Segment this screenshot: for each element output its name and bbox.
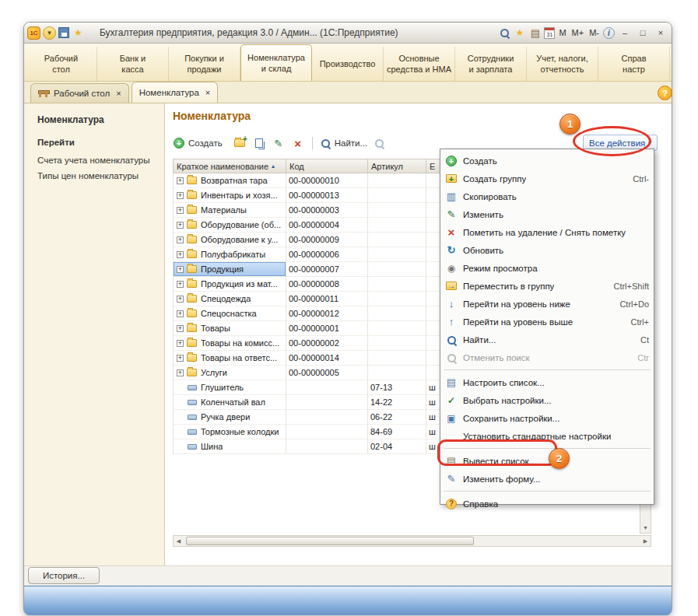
horizontal-scrollbar[interactable]: ◀ ▶ (173, 535, 651, 547)
menu-item-9[interactable]: Перейти на уровень нижеCtrl+Do (440, 295, 654, 313)
name-cell: Коленчатый вал (174, 395, 286, 410)
minimize-button[interactable]: – (617, 26, 633, 39)
menu-item-10[interactable]: Перейти на уровень вышеCtrl+ (440, 313, 654, 331)
help-icon[interactable]: ? (658, 86, 672, 100)
menu-item-label: Скопировать (463, 192, 517, 201)
section-tab-8[interactable]: Учет, налоги,отчетность (527, 47, 598, 81)
expand-icon[interactable]: + (177, 251, 184, 258)
tab-2[interactable]: Номенклатура× (132, 82, 219, 103)
expand-icon[interactable]: + (177, 340, 184, 347)
expand-icon[interactable]: + (177, 236, 184, 243)
menu-item-shortcut: Ctr (637, 353, 649, 362)
expand-icon[interactable]: + (177, 192, 184, 199)
create-button[interactable]: + Создать (171, 136, 228, 150)
menu-item-label: Сохранить настройки... (463, 414, 559, 423)
history-button[interactable]: История... (28, 567, 100, 584)
expand-icon[interactable]: + (177, 177, 184, 184)
memory-m-plus-button[interactable]: M+ (570, 28, 586, 37)
expand-icon[interactable]: + (177, 310, 184, 317)
find-icon[interactable] (498, 26, 510, 39)
menu-item-2[interactable]: Создать группуCtrl- (440, 170, 654, 187)
menu-item-4[interactable]: Изменить (440, 205, 654, 223)
code-cell: 00-00000013 (286, 188, 368, 203)
section-tab-2[interactable]: Банк икасса (97, 47, 169, 81)
sidebar-link-1[interactable]: Счета учета номенклатуры (37, 153, 156, 169)
expand-icon[interactable]: + (177, 266, 184, 273)
menu-item-7[interactable]: Режим просмотра (440, 259, 654, 277)
section-tab-9[interactable]: Справнастр (598, 47, 670, 81)
menu-item-12[interactable]: Отменить поискCtr (440, 348, 654, 366)
expand-icon[interactable]: + (177, 325, 184, 332)
column-header-2[interactable]: Код (286, 159, 368, 173)
sidebar-link-2[interactable]: Типы цен номенклатуры (37, 169, 156, 184)
folder-plus-icon (234, 139, 245, 147)
save-icon[interactable] (58, 27, 69, 38)
expand-icon[interactable]: + (177, 207, 184, 214)
expand-icon[interactable]: + (177, 281, 184, 288)
favorites-add-icon[interactable] (513, 26, 526, 40)
tab-close-icon[interactable]: × (205, 88, 210, 97)
menu-item-22[interactable]: Справка (440, 495, 654, 513)
menu-item-3[interactable]: Скопировать (440, 187, 654, 205)
info-icon[interactable] (603, 27, 615, 39)
menu-item-1[interactable]: Создать (440, 152, 654, 170)
cancel-search-button[interactable] (371, 135, 387, 151)
maximize-button[interactable]: □ (635, 26, 651, 39)
column-header-1[interactable]: Краткое наименование▴ (174, 159, 286, 173)
mark-delete-icon (445, 226, 458, 239)
memory-m-minus-button[interactable]: M- (588, 28, 601, 37)
tab-label: Рабочий стол (54, 89, 110, 98)
section-tab-3[interactable]: Покупки ипродажи (169, 47, 240, 81)
row-name-label: Спецодежда (201, 294, 251, 303)
menu-item-14[interactable]: Настроить список... (440, 373, 654, 391)
menu-item-label: Установить стандартные настройки (463, 432, 611, 441)
sidebar-links: Счета учета номенклатурыТипы цен номенкл… (37, 153, 156, 184)
name-cell: +Оборудование (об... (174, 218, 286, 233)
mark-delete-button[interactable] (290, 135, 306, 151)
expand-icon[interactable]: + (177, 369, 184, 376)
menu-item-8[interactable]: Переместить в группуCtrl+Shift (440, 277, 654, 295)
memory-m-button[interactable]: M (557, 28, 567, 37)
tab-close-icon[interactable]: × (116, 89, 121, 98)
scroll-down-icon[interactable]: ▼ (640, 523, 651, 533)
service-menu-arrow-icon[interactable] (43, 26, 56, 40)
copy-button[interactable] (251, 135, 267, 151)
expand-icon[interactable]: + (177, 222, 184, 229)
close-button[interactable]: × (653, 26, 668, 39)
calendar-icon[interactable]: 31 (544, 27, 555, 39)
menu-item-19[interactable]: Вывести список... (440, 452, 654, 470)
menu-item-11[interactable]: Найти...Ct (440, 331, 654, 348)
menu-item-label: Переместить в группу (463, 282, 554, 291)
section-tab-1[interactable]: Рабочийстол (26, 47, 97, 81)
column-header-3[interactable]: Артикул (368, 159, 426, 173)
app-logo-icon[interactable] (27, 26, 40, 40)
articul-cell (368, 173, 426, 188)
section-tab-6[interactable]: Основныесредства и НМА (384, 47, 455, 81)
horizontal-scroll-thumb[interactable] (186, 537, 474, 545)
find-button[interactable]: Найти... (319, 137, 367, 149)
expand-icon[interactable]: + (177, 355, 184, 362)
section-tab-label: Учет, налоги, (536, 53, 588, 64)
history-icon[interactable] (528, 26, 542, 40)
menu-item-5[interactable]: Пометить на удаление / Снять пометку (440, 223, 654, 241)
name-cell: Ручка двери (174, 410, 286, 425)
expand-icon[interactable]: + (177, 296, 184, 303)
menu-item-17[interactable]: Установить стандартные настройки (440, 427, 654, 445)
favorites-icon[interactable] (72, 26, 85, 40)
menu-item-16[interactable]: Сохранить настройки... (440, 409, 654, 427)
tab-1[interactable]: Рабочий стол× (30, 83, 129, 103)
folder-icon (187, 206, 197, 214)
section-tab-7[interactable]: Сотрудникии зарплата (455, 47, 527, 81)
menu-item-20[interactable]: Изменить форму... (440, 470, 654, 488)
menu-item-6[interactable]: Обновить (440, 241, 654, 259)
name-cell: +Возвратная тара (174, 173, 286, 188)
menu-separator (444, 488, 651, 492)
menu-item-15[interactable]: Выбрать настройки... (440, 391, 654, 409)
section-tab-5[interactable]: Производство (312, 47, 384, 81)
create-group-button[interactable] (232, 135, 247, 151)
edit-button[interactable] (271, 135, 286, 151)
section-tab-4[interactable]: Номенклатураи склад (240, 44, 312, 81)
scroll-left-icon[interactable]: ◀ (174, 536, 184, 546)
scroll-right-icon[interactable]: ▶ (640, 536, 651, 546)
folder-icon (187, 236, 197, 243)
